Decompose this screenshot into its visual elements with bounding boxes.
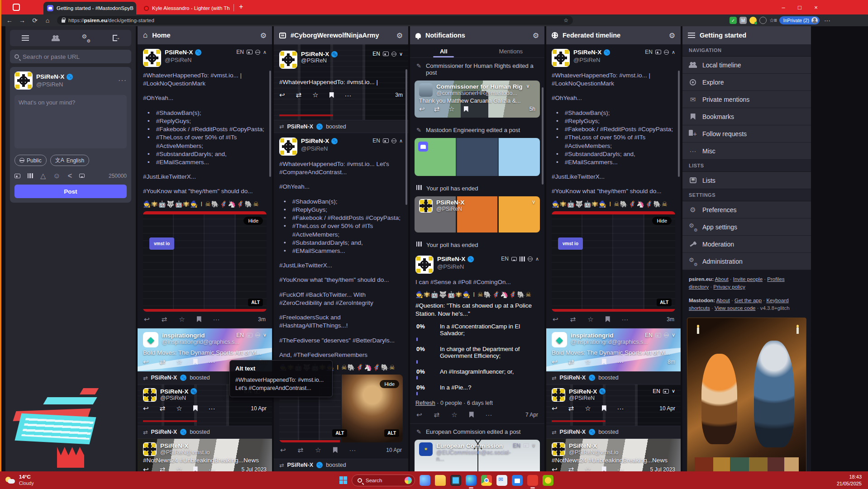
collapse-icon[interactable]: ∧	[263, 49, 267, 55]
tab-all[interactable]: All	[410, 44, 477, 57]
link-invite[interactable]: Invite people	[733, 276, 763, 282]
avatar[interactable]	[143, 388, 157, 402]
hide-media-button[interactable]: Hide	[243, 217, 263, 225]
post-overlay[interactable]: PSiReN-X @PSiReN@vmst.io #NotNews24 #Unb…	[138, 439, 272, 471]
avatar[interactable]	[143, 49, 161, 67]
sidebar-item-app-settings[interactable]: App settings	[682, 218, 811, 236]
favorites-bar-icon[interactable]: ☆≡	[769, 17, 777, 24]
post-overlay[interactable]: PSiReN-X🐾 @PSiReN EN∨ #WhateverHappenedT…	[274, 44, 408, 120]
taskbar-search[interactable]: Search	[352, 475, 415, 486]
favourite-button[interactable]: ☆	[176, 404, 182, 413]
more-button[interactable]: ···	[209, 465, 215, 471]
settings-button[interactable]	[71, 30, 101, 46]
booster-name[interactable]: PSiReN-X	[559, 429, 586, 435]
boost-button[interactable]: ⇄	[160, 404, 166, 413]
attach-media-icon[interactable]	[14, 174, 20, 178]
sidebar-item-explore[interactable]: Explore	[682, 74, 811, 91]
column-header-hashtag[interactable]: #CyborgWerewolfNinjaArmy ⚙	[274, 26, 408, 44]
browser-tab-active[interactable]: Getting started - #MastodonSpyB ×	[43, 2, 136, 14]
reply-button[interactable]: ↩	[553, 315, 558, 323]
avatar[interactable]	[415, 256, 434, 274]
sidebar-item-lists[interactable]: Lists	[682, 172, 811, 189]
window-maximize-button[interactable]: □	[792, 0, 807, 14]
media-attachment[interactable]: vmst io Hide ALT	[552, 211, 675, 312]
more-button[interactable]: ···	[617, 358, 624, 366]
taskbar-app-browser[interactable]	[481, 475, 492, 486]
reply-button[interactable]: ↩	[280, 446, 286, 454]
reply-button[interactable]: ↩	[552, 465, 558, 471]
more-button[interactable]: ···	[486, 411, 492, 418]
taskbar-app-explorer[interactable]	[435, 475, 446, 486]
link-get-app[interactable]: Get the app	[734, 298, 762, 303]
reply-all-button[interactable]: ↩	[416, 411, 422, 419]
home-button[interactable]: ⌂	[43, 17, 52, 24]
avatar[interactable]	[279, 51, 297, 69]
alt-badge[interactable]: ALT	[248, 299, 263, 306]
favourite-button[interactable]: ☆	[176, 465, 182, 471]
boost-button[interactable]: ⇄	[570, 315, 576, 323]
search-bar[interactable]	[10, 50, 131, 63]
new-tab-button[interactable]: +	[239, 3, 243, 11]
boost-button[interactable]: ⇄	[434, 105, 440, 113]
link-source[interactable]: View source code	[715, 305, 756, 311]
share-icon[interactable]: <	[68, 172, 72, 180]
favourite-button[interactable]: ☆	[179, 315, 185, 323]
post-overlay[interactable]: inspirationgrid @inspirationgrid@graphic…	[546, 328, 681, 372]
link-about[interactable]: About	[715, 276, 729, 282]
post-overlay[interactable]: PSiReN-X @PSiReN@vmst.io #NotNews24 #Unb…	[546, 439, 681, 471]
bookmark-button[interactable]	[329, 92, 334, 98]
boost-button[interactable]: ⇄	[160, 358, 166, 366]
favourite-button[interactable]: ☆	[312, 91, 318, 99]
account-menu-icon[interactable]: ···	[118, 76, 127, 85]
tab-actions-icon[interactable]	[13, 4, 20, 11]
refresh-link[interactable]: Refresh	[415, 400, 435, 406]
browser-tab-inactive[interactable]: Kyle Alessandro - Lighter (with Th ×	[140, 2, 231, 14]
avatar[interactable]	[143, 442, 157, 456]
add-poll-icon[interactable]	[28, 173, 33, 178]
extension-yellow-icon[interactable]	[749, 17, 757, 24]
language-button[interactable]: 文AEnglish	[50, 155, 89, 166]
avatar[interactable]	[419, 442, 433, 456]
expand-icon[interactable]: ∨	[532, 442, 535, 448]
forward-button[interactable]: →	[17, 17, 27, 24]
bookmark-button[interactable]	[197, 316, 201, 322]
search-input[interactable]	[23, 53, 127, 60]
boost-button[interactable]: ⇄	[298, 446, 304, 454]
bookmark-button[interactable]	[464, 106, 468, 112]
boost-button[interactable]: ⇄	[296, 91, 302, 99]
boost-button[interactable]: ⇄	[568, 465, 574, 471]
favorite-star-icon[interactable]: ☆	[563, 17, 568, 24]
content-warning-icon[interactable]: △	[40, 171, 46, 180]
visibility-button[interactable]: Public	[14, 155, 47, 166]
address-bar[interactable]: https://psiren.eu/deck/getting-started ☆	[57, 16, 573, 25]
notification-card[interactable]: European Commission @EUCommission@ec.soc…	[415, 440, 540, 471]
sidebar-item-local-timeline[interactable]: Local timeline	[682, 57, 811, 74]
favourite-button[interactable]: ☆	[315, 446, 321, 454]
extensions-menu-icon[interactable]	[759, 17, 767, 24]
taskbar-clock[interactable]: 18:43 21/05/2025	[837, 474, 868, 487]
column-header-notifications[interactable]: Notifications ⚙	[410, 26, 544, 44]
bookmark-button[interactable]	[333, 447, 338, 453]
bookmark-button[interactable]	[602, 466, 606, 471]
collapse-icon[interactable]: ∧	[535, 256, 539, 262]
post[interactable]: PSiReN-X🐾 @PSiReN EN∧ #WhateverHappenedT…	[546, 44, 681, 328]
reply-button[interactable]: ↩	[552, 358, 558, 366]
link-privacy[interactable]: Privacy policy	[713, 284, 745, 290]
more-button[interactable]: ···	[209, 404, 215, 412]
favourite-button[interactable]: ☆	[448, 105, 454, 113]
local-only-icon[interactable]	[79, 174, 85, 178]
boost-button[interactable]: ⇄	[160, 465, 166, 471]
follows-button[interactable]	[40, 30, 71, 46]
expand-icon[interactable]: ∨	[526, 83, 530, 89]
expand-icon[interactable]: ∨	[532, 199, 535, 205]
expand-icon[interactable]: ∨	[672, 332, 675, 338]
more-button[interactable]: ···	[213, 315, 220, 323]
avatar[interactable]	[14, 71, 33, 90]
sidebar-item-bookmarks[interactable]: Bookmarks	[682, 108, 811, 125]
sidebar-item-administration[interactable]: Administration	[682, 253, 811, 270]
more-button[interactable]: ···	[622, 315, 629, 323]
booster-name[interactable]: PSiReN-X	[559, 375, 586, 381]
extension-check-icon[interactable]: ✓	[730, 17, 737, 24]
hide-media-button[interactable]: Hide	[652, 217, 672, 225]
boost-button[interactable]: ⇄	[568, 404, 574, 413]
